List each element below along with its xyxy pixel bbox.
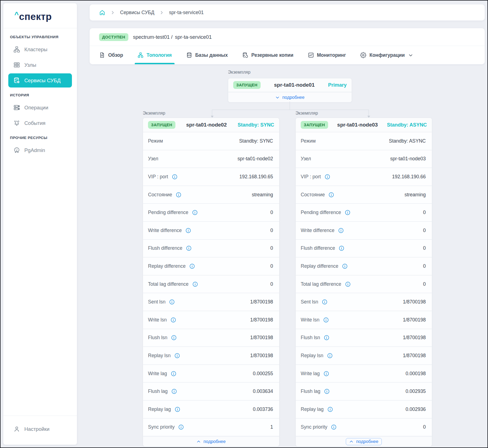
sidebar-item-nodes[interactable]: Узлы [8, 58, 72, 72]
details-toggle[interactable]: подробнее [193, 438, 229, 445]
metric-value: Standby: SYNC [239, 138, 273, 144]
metric-row: РежимStandby: SYNC [143, 132, 279, 150]
info-icon[interactable] [174, 353, 180, 359]
info-icon[interactable] [331, 424, 337, 430]
metric-value: 1/8700198 [403, 353, 426, 359]
status-badge: ЗАПУЩЕН [233, 81, 261, 89]
sidebar-item-events[interactable]: События [8, 116, 72, 130]
metric-label: VIP : port [148, 174, 178, 180]
metric-row: Replay difference0 [143, 258, 279, 276]
info-icon[interactable] [172, 174, 178, 180]
info-icon[interactable] [170, 317, 176, 323]
connector-right-stem [368, 110, 369, 116]
metric-label: Replay lag [148, 406, 180, 412]
sidebar-item-clusters[interactable]: Кластеры [8, 42, 72, 56]
sidebar-item-label: Узлы [24, 62, 36, 68]
metric-value: 0.003634 [253, 388, 273, 394]
metric-value: 192.168.190.65 [239, 174, 273, 180]
node-name: spr-ta01-node03 [337, 122, 378, 128]
info-icon[interactable] [175, 406, 180, 412]
logo-text: спектр [19, 12, 52, 21]
info-icon[interactable] [192, 281, 198, 287]
cluster-icon [13, 46, 20, 53]
metric-row: Pending difference0 [143, 204, 279, 222]
info-icon[interactable] [325, 174, 330, 180]
metric-label: Flush lag [148, 388, 177, 394]
metric-label: Pending difference [148, 210, 198, 215]
metric-value: 192.168.190.66 [392, 174, 426, 180]
metric-row: Sent lsn1/8700198 [143, 293, 279, 311]
metric-label: Write difference [148, 228, 191, 233]
info-icon[interactable] [186, 245, 192, 251]
metric-value: streaming [404, 192, 426, 198]
metric-label: Total lag difference [301, 281, 351, 287]
sidebar-nav: ОБЪЕКТЫ УПРАВЛЕНИЯ Кластеры Узлы Сервисы… [3, 28, 77, 159]
info-icon[interactable] [169, 299, 175, 305]
info-icon[interactable] [338, 228, 344, 233]
metric-rows: РежимStandby: SYNCУзелspr-ta01-node02VIP… [143, 132, 279, 436]
metric-label: Replay difference [148, 263, 195, 269]
info-icon[interactable] [171, 371, 176, 377]
metric-value: 0.000198 [406, 371, 426, 377]
info-icon[interactable] [345, 281, 351, 287]
info-icon[interactable] [185, 228, 191, 233]
info-icon[interactable] [176, 192, 181, 198]
metric-row: Flush difference0 [143, 240, 279, 258]
metric-row: Flush lag0.003634 [143, 383, 279, 401]
metric-label: Sent lsn [301, 299, 328, 305]
metric-row: Replay difference0 [296, 258, 432, 276]
metric-value: 0 [423, 424, 426, 430]
sidebar-item-label: События [24, 120, 45, 126]
standby-node-card-node02: ЗАПУЩЕН spr-ta01-node02 Standby: SYNC Ре… [143, 118, 279, 447]
info-icon[interactable] [339, 245, 344, 251]
metric-value: 1/8700198 [250, 299, 273, 305]
node-role: Standby: ASYNC [387, 122, 427, 128]
metric-row: VIP : port192.168.190.66 [296, 168, 432, 186]
node-name: spr-ta01-node02 [186, 122, 227, 128]
metric-label: Write lag [301, 371, 329, 377]
details-label: подробнее [203, 439, 225, 444]
nav-section-other: ПРОЧИЕ РЕСУРСЫ [10, 136, 72, 140]
info-icon[interactable] [322, 299, 328, 305]
info-icon[interactable] [323, 371, 329, 377]
metric-row: Sent lsn1/8700198 [296, 293, 432, 311]
info-icon[interactable] [342, 263, 348, 269]
app-logo[interactable]: ^ спектр [3, 3, 77, 28]
info-icon[interactable] [189, 263, 195, 269]
metric-label: Режим [301, 138, 316, 144]
sidebar-item-settings[interactable]: Настройки [8, 422, 72, 436]
details-label: подробнее [356, 439, 378, 444]
details-toggle[interactable]: подробнее [346, 438, 381, 445]
metric-value: 0 [270, 281, 273, 287]
metric-value: 0.003736 [253, 406, 273, 412]
metric-value: spr-ta01-node03 [390, 156, 426, 162]
info-icon[interactable] [178, 424, 184, 430]
metric-row: VIP : port192.168.190.65 [143, 168, 279, 186]
info-icon[interactable] [171, 388, 177, 394]
sidebar-item-pgadmin[interactable]: PgAdmin [8, 143, 72, 157]
info-icon[interactable] [327, 406, 333, 412]
metric-label: Pending difference [301, 210, 351, 215]
metric-row: Replay lsn1/8700198 [296, 347, 432, 365]
metric-row: Flush lsn1/8700198 [296, 329, 432, 347]
info-icon[interactable] [327, 353, 333, 359]
metric-row: Состояниеstreaming [296, 186, 432, 204]
metric-label: Write lsn [301, 317, 329, 323]
status-badge: ЗАПУЩЕН [148, 121, 175, 129]
sidebar-bottom: Настройки [3, 416, 77, 445]
info-icon[interactable] [192, 210, 198, 215]
info-icon[interactable] [323, 317, 329, 323]
metric-row: Write lag0.000255 [143, 365, 279, 383]
info-icon[interactable] [171, 335, 177, 341]
sidebar-item-operations[interactable]: Операции [8, 101, 72, 115]
metric-label: Flush difference [148, 245, 192, 251]
instance-label: Экземпляр [228, 70, 250, 75]
info-icon[interactable] [328, 192, 334, 198]
info-icon[interactable] [324, 335, 329, 341]
info-icon[interactable] [324, 388, 330, 394]
primary-node-card: ЗАПУЩЕН spr-ta01-node01 Primary подробне… [228, 78, 352, 102]
info-icon[interactable] [345, 210, 351, 215]
details-toggle[interactable]: подробнее [272, 94, 308, 101]
sidebar-item-dbms-services[interactable]: Сервисы СУБД [8, 73, 72, 87]
metric-value: 0 [270, 210, 273, 215]
